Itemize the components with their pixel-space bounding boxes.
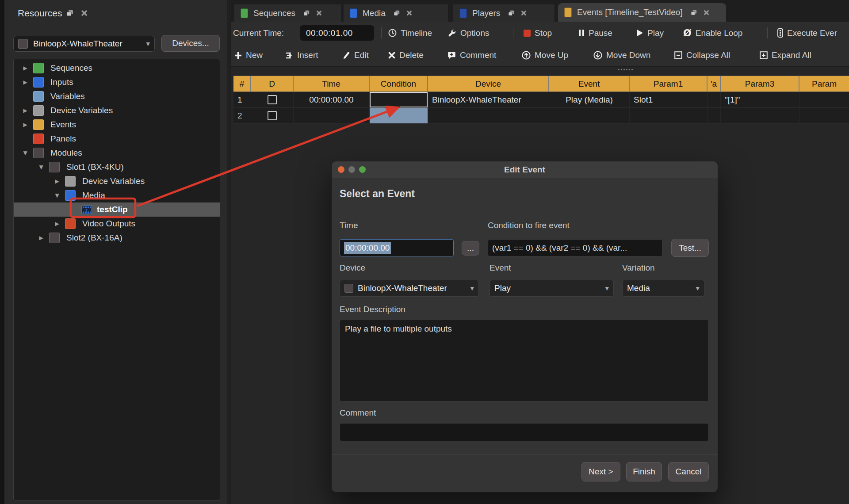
row2-number[interactable]: 2 <box>233 108 251 124</box>
chevron-down-icon[interactable]: ▼ <box>21 150 30 156</box>
row1-param2-cell[interactable] <box>708 92 721 108</box>
row1-param4-cell[interactable] <box>799 92 849 108</box>
chevron-down-icon[interactable]: ▼ <box>53 192 61 199</box>
tab-players[interactable]: Players <box>453 4 555 22</box>
chevron-right-icon[interactable]: ▶ <box>21 107 30 114</box>
tree-item-events[interactable]: ▶ Events <box>14 118 220 132</box>
chevron-right-icon[interactable]: ▶ <box>53 221 61 227</box>
stop-button[interactable]: Stop <box>524 22 552 44</box>
row1-disable-cell[interactable] <box>251 92 294 108</box>
float-tab-icon[interactable] <box>691 10 697 15</box>
splitter-handle[interactable] <box>618 69 633 70</box>
float-tab-icon[interactable] <box>394 10 400 16</box>
event-description-box[interactable]: Play a file to multiple outputs <box>340 320 709 401</box>
close-tab-icon[interactable] <box>521 10 527 16</box>
tree-item-variables[interactable]: Variables <box>14 89 220 103</box>
move-up-button[interactable]: Move Up <box>522 44 568 66</box>
row2-disable-cell[interactable] <box>251 108 294 124</box>
row1-condition-cell[interactable] <box>370 92 428 108</box>
insert-button[interactable]: Insert <box>285 44 318 66</box>
tree-item-slot2[interactable]: ▶ Slot2 (BX-16A) <box>14 231 220 245</box>
row1-time-cell[interactable]: 00:00:00.00 <box>294 92 370 108</box>
chevron-right-icon[interactable]: ▶ <box>37 235 46 241</box>
finish-button[interactable]: Finish <box>626 462 662 481</box>
time-browse-button[interactable]: ... <box>462 241 479 256</box>
row1-param1-cell[interactable]: Slot1 <box>630 92 708 108</box>
row1-param3-cell[interactable]: "[1]" <box>721 92 799 108</box>
column-header-condition[interactable]: Condition <box>370 76 428 92</box>
current-time-field[interactable]: 00:00:01.00 <box>300 25 374 41</box>
close-tab-icon[interactable] <box>316 10 322 16</box>
delete-button[interactable]: Delete <box>388 44 424 66</box>
time-input[interactable]: 00:00:00.00 <box>340 239 454 256</box>
row2-condition-cell[interactable] <box>370 108 428 124</box>
row2-param2-cell[interactable] <box>708 108 721 124</box>
checkbox-icon[interactable] <box>268 111 277 120</box>
column-header-param4-truncated[interactable]: Param <box>799 76 849 92</box>
expand-all-button[interactable]: Expand All <box>760 44 811 66</box>
chevron-right-icon[interactable]: ▶ <box>21 79 30 85</box>
variation-dropdown[interactable]: Media ▼ <box>622 280 704 297</box>
execute-events-button[interactable]: Execute Ever <box>777 22 837 44</box>
row2-time-cell[interactable] <box>294 108 370 124</box>
tree-item-video-outputs[interactable]: ▶ Video Outputs <box>14 217 220 231</box>
chevron-right-icon[interactable]: ▶ <box>53 178 61 184</box>
tree-item-device-variables[interactable]: ▶ Device Variables <box>14 103 220 118</box>
close-panel-icon[interactable] <box>81 10 88 16</box>
row1-event-cell[interactable]: Play (Media) <box>549 92 630 108</box>
column-header-param1[interactable]: Param1 <box>630 76 708 92</box>
dialog-titlebar[interactable]: Edit Event <box>332 161 718 178</box>
enable-loop-button[interactable]: Ø Enable Loop <box>683 22 742 44</box>
move-down-button[interactable]: Move Down <box>593 44 650 66</box>
condition-input[interactable]: (var1 == 0) && (var2 == 0) && (var... <box>488 239 662 256</box>
comment-button[interactable]: Comment <box>447 44 496 66</box>
devices-button[interactable]: Devices... <box>161 35 220 52</box>
tab-sequences[interactable]: Sequences <box>234 4 341 22</box>
tree-item-inputs[interactable]: ▶ Inputs <box>14 75 220 89</box>
chevron-right-icon[interactable]: ▶ <box>21 65 30 71</box>
cancel-button[interactable]: Cancel <box>668 462 709 481</box>
column-header-time[interactable]: Time <box>294 76 370 92</box>
float-tab-icon[interactable] <box>508 10 515 16</box>
new-button[interactable]: New <box>234 44 263 66</box>
options-button[interactable]: Options <box>447 22 489 44</box>
device-selector[interactable]: BinloopX-WhaleTheater ▼ <box>13 36 155 52</box>
play-button[interactable]: Play <box>637 22 664 44</box>
collapse-all-button[interactable]: Collapse All <box>674 44 730 66</box>
tree-item-modules[interactable]: ▼ Modules <box>14 146 220 160</box>
column-header-param3[interactable]: Param3 <box>721 76 799 92</box>
close-tab-icon[interactable] <box>704 10 709 15</box>
float-tab-icon[interactable] <box>303 10 310 16</box>
tree-item-media[interactable]: ▼ Media <box>14 188 220 202</box>
column-header-event[interactable]: Event <box>549 76 630 92</box>
row2-param1-cell[interactable] <box>630 108 708 124</box>
next-button[interactable]: Next > <box>581 462 620 481</box>
timeline-button[interactable]: Timeline <box>388 22 432 44</box>
panel-splitter[interactable] <box>227 0 231 504</box>
tree-item-slot1[interactable]: ▼ Slot1 (BX-4KU) <box>14 160 220 174</box>
row2-device-cell[interactable] <box>428 108 549 124</box>
column-header-d[interactable]: D <box>251 76 294 92</box>
column-header-device[interactable]: Device <box>428 76 549 92</box>
tree-item-slot1-device-variables[interactable]: ▶ Device Variables <box>14 174 220 188</box>
test-condition-button[interactable]: Test... <box>671 239 709 257</box>
comment-input[interactable] <box>340 423 709 441</box>
row2-param3-cell[interactable] <box>721 108 799 124</box>
row1-number[interactable]: 1 <box>233 92 251 108</box>
float-panel-icon[interactable] <box>66 10 74 16</box>
chevron-right-icon[interactable]: ▶ <box>21 122 30 128</box>
event-dropdown[interactable]: Play ▼ <box>490 280 614 297</box>
tree-item-testclip[interactable]: testClip <box>14 202 220 217</box>
column-header-param2-truncated[interactable]: 'a <box>708 76 721 92</box>
tree-item-sequences[interactable]: ▶ Sequences <box>14 61 220 75</box>
tree-item-panels[interactable]: Panels <box>14 132 220 146</box>
tab-events-timeline[interactable]: Events [Timeline_TestVideo] <box>558 3 726 22</box>
edit-button[interactable]: Edit <box>343 44 369 66</box>
column-header-number[interactable]: # <box>233 76 251 92</box>
checkbox-icon[interactable] <box>268 95 277 104</box>
row1-device-cell[interactable]: BinloopX-WhaleTheater <box>428 92 549 108</box>
pause-button[interactable]: Pause <box>578 22 612 44</box>
tab-media[interactable]: Media <box>344 4 449 22</box>
device-dropdown[interactable]: BinloopX-WhaleTheater ▼ <box>340 280 479 297</box>
chevron-down-icon[interactable]: ▼ <box>37 164 46 170</box>
